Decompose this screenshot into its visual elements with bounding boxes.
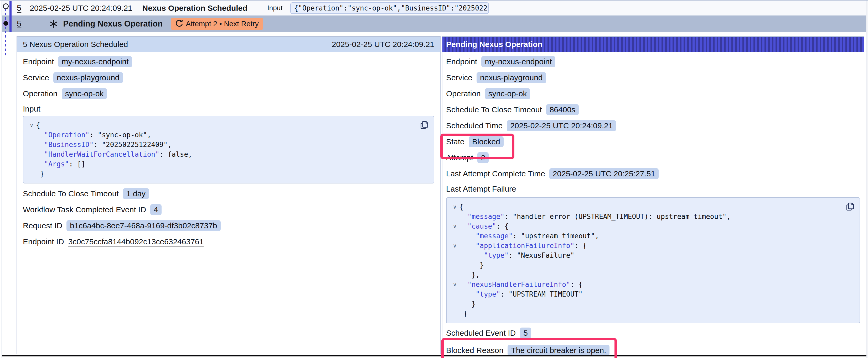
attempt-badge-text: Attempt 2 • Next Retry xyxy=(186,20,258,28)
input-preview-badge[interactable]: {"Operation":"sync-op-ok","BusinessID":"… xyxy=(290,2,489,14)
page-left-border xyxy=(2,1,2,358)
scrollbar-track[interactable] xyxy=(866,1,868,358)
field-value-badge: 4 xyxy=(150,204,161,215)
input-section-label: Input xyxy=(23,104,434,113)
code-line: ∨"cause": { xyxy=(450,222,841,231)
code-line: "type": "NexusFailure" xyxy=(450,251,841,260)
event-detail-card: 5 Nexus Operation Scheduled 2025-02-25 U… xyxy=(17,36,440,354)
field-value-badge: 2025-02-25 UTC 20:24:09.21 xyxy=(507,120,616,131)
code-line: "message": "upstream timeout", xyxy=(450,231,841,241)
code-gutter xyxy=(27,150,36,159)
event-detail-title: 5 Nexus Operation Scheduled xyxy=(23,40,128,49)
code-gutter xyxy=(27,130,36,140)
code-line-text: } xyxy=(459,309,467,319)
pending-detail-header: Pending Nexus Operation xyxy=(442,37,864,52)
code-line-text: } xyxy=(459,260,484,270)
code-line: ∨"applicationFailureInfo": { xyxy=(450,241,841,251)
code-line-text: }, xyxy=(459,270,480,280)
code-line: "type": "UPSTREAM_TIMEOUT" xyxy=(450,290,841,299)
pending-operation-row[interactable]: 5 Pending Nexus Operation Attempt 2 • Ne… xyxy=(2,15,866,32)
field-value-badge: nexus-playground xyxy=(53,72,123,83)
code-line: "BusinessID": "20250225122409", xyxy=(27,140,415,150)
field-workflow-task-completed-event-id: Workflow Task Completed Event ID 4 xyxy=(23,204,434,215)
input-label: Input xyxy=(268,4,283,12)
code-line-text: "type": "NexusFailure" xyxy=(459,251,574,260)
code-line: ∨{ xyxy=(27,121,415,130)
code-line-text: "Args": [] xyxy=(36,159,85,169)
code-line-text: } xyxy=(459,299,476,309)
code-line-text: "type": "UPSTREAM_TIMEOUT" xyxy=(459,290,583,299)
code-gutter xyxy=(450,251,459,260)
field-blocked-reason: Blocked Reason The circuit breaker is op… xyxy=(446,345,860,356)
field-value-badge: nexus-playground xyxy=(476,72,546,83)
field-service: Service nexus-playground xyxy=(23,72,434,83)
collapse-caret-icon[interactable]: ∨ xyxy=(450,202,459,212)
pending-title: Pending Nexus Operation xyxy=(63,19,163,29)
field-last-attempt-complete-time: Last Attempt Complete Time 2025-02-25 UT… xyxy=(446,168,860,179)
code-line-text: "applicationFailureInfo": { xyxy=(459,241,587,251)
field-value-badge: 2 xyxy=(477,152,489,163)
window-bottom-divider xyxy=(2,355,866,356)
code-line-text: "message": "handler error (UPSTREAM_TIME… xyxy=(459,212,731,222)
field-value-badge: b1c6a4bc-8ee7-468a-9169-df3b02c8737b xyxy=(66,220,220,231)
state-badge: Blocked xyxy=(469,136,504,147)
code-line: ∨"nexusHandlerFailureInfo": { xyxy=(450,280,841,290)
field-value-badge: my-nexus-endpoint xyxy=(481,56,555,67)
field-state: State Blocked xyxy=(446,136,860,147)
code-gutter xyxy=(450,309,459,319)
code-line: }, xyxy=(450,270,841,280)
code-gutter xyxy=(27,140,36,150)
code-line: } xyxy=(450,260,841,270)
code-gutter xyxy=(450,270,459,280)
retry-icon xyxy=(175,20,183,28)
code-gutter xyxy=(450,290,459,299)
pending-detail-title: Pending Nexus Operation xyxy=(446,40,542,49)
field-endpoint-id: Endpoint ID 3c0c75ccfa8144b092c13ce63246… xyxy=(23,236,434,247)
code-line: "Args": [] xyxy=(27,159,415,169)
last-attempt-failure-label: Last Attempt Failure xyxy=(446,184,860,194)
field-value-badge: 5 xyxy=(520,328,531,338)
field-value-badge: sync-op-ok xyxy=(485,88,530,99)
code-line: } xyxy=(450,299,841,309)
pending-id-link[interactable]: 5 xyxy=(17,19,21,29)
timeline-dashed-connector xyxy=(5,8,6,56)
code-line: "HandlerWaitForCancellation": false, xyxy=(27,150,415,159)
field-attempt: Attempt 2 xyxy=(446,152,860,163)
field-service: Service nexus-playground xyxy=(446,72,860,83)
event-history-row[interactable]: 5 2025-02-25 UTC 20:24:09.21 Nexus Opera… xyxy=(2,1,866,15)
field-scheduled-time: Scheduled Time 2025-02-25 UTC 20:24:09.2… xyxy=(446,120,860,131)
field-operation: Operation sync-op-ok xyxy=(446,88,860,99)
code-line-text: "nexusHandlerFailureInfo": { xyxy=(459,280,583,290)
event-detail-header: 5 Nexus Operation Scheduled 2025-02-25 U… xyxy=(17,37,440,52)
event-timestamp: 2025-02-25 UTC 20:24:09.21 xyxy=(30,4,132,12)
code-line-text: } xyxy=(36,169,44,179)
field-schedule-to-close-timeout: Schedule To Close Timeout 86400s xyxy=(446,104,860,115)
field-value-badge: 2025-02-25 UTC 20:25:27.51 xyxy=(549,168,659,179)
field-value-badge: 1 day xyxy=(123,188,149,199)
code-line: } xyxy=(450,309,841,319)
code-line-text: "Operation": "sync-op-ok", xyxy=(36,130,151,140)
field-endpoint: Endpoint my-nexus-endpoint xyxy=(23,56,434,67)
collapse-caret-icon[interactable]: ∨ xyxy=(450,222,459,231)
field-schedule-to-close-timeout: Schedule To Close Timeout 1 day xyxy=(23,188,434,199)
pending-detail-card: Pending Nexus Operation Endpoint my-nexu… xyxy=(442,36,864,358)
field-scheduled-event-id: Scheduled Event ID 5 xyxy=(446,328,860,338)
event-id-link[interactable]: 5 xyxy=(17,3,21,13)
failure-json-code-block: ∨{"message": "handler error (UPSTREAM_TI… xyxy=(446,197,860,323)
code-gutter xyxy=(450,299,459,309)
field-operation: Operation sync-op-ok xyxy=(23,88,434,99)
code-gutter xyxy=(27,159,36,169)
copy-icon[interactable] xyxy=(845,202,856,211)
code-line: "Operation": "sync-op-ok", xyxy=(27,130,415,140)
code-line-text: "message": "upstream timeout", xyxy=(459,231,599,241)
code-line: "message": "handler error (UPSTREAM_TIME… xyxy=(450,212,841,222)
collapse-caret-icon[interactable]: ∨ xyxy=(450,280,459,290)
field-value-badge: my-nexus-endpoint xyxy=(58,56,132,67)
blocked-reason-badge: The circuit breaker is open. xyxy=(507,345,610,356)
collapse-caret-icon[interactable]: ∨ xyxy=(450,241,459,251)
field-endpoint: Endpoint my-nexus-endpoint xyxy=(446,56,860,67)
input-json-code-block: ∨{"Operation": "sync-op-ok","BusinessID"… xyxy=(23,116,434,184)
copy-icon[interactable] xyxy=(420,120,430,130)
endpoint-id-link[interactable]: 3c0c75ccfa8144b092c13ce632463761 xyxy=(68,237,204,246)
collapse-caret-icon[interactable]: ∨ xyxy=(27,121,36,130)
